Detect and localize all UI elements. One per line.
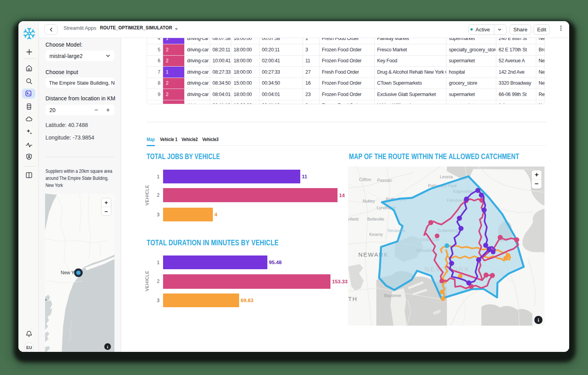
svg-text:Belleville: Belleville — [367, 217, 384, 221]
svg-text:Hoboken: Hoboken — [417, 248, 433, 253]
svg-text:Fairview: Fairview — [447, 198, 463, 203]
svg-text:TH: TH — [348, 295, 358, 302]
svg-text:Passaic: Passaic — [377, 178, 392, 183]
svg-text:Nutley: Nutley — [363, 199, 375, 203]
svg-text:Leonia: Leonia — [440, 174, 453, 179]
svg-text:nfield: nfield — [348, 217, 358, 221]
svg-text:Clifton: Clifton — [359, 177, 371, 182]
svg-text:Secaucus: Secaucus — [387, 228, 405, 233]
svg-text:Edgewater: Edgewater — [453, 189, 473, 194]
svg-text:Guttenberg: Guttenberg — [437, 228, 458, 233]
svg-text:Kearny: Kearny — [369, 232, 383, 237]
svg-text:Bayonne: Bayonne — [384, 293, 401, 298]
